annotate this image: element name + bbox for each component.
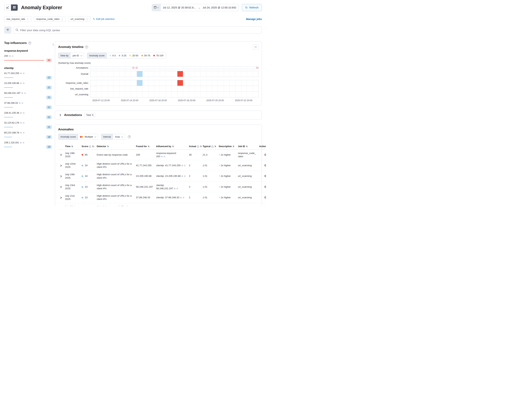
swimlane-cell[interactable] [172, 86, 177, 92]
actions-gear-button[interactable]: ⚙ [264, 185, 266, 188]
expand-row-button[interactable] [60, 153, 62, 157]
swimlane-cell[interactable] [166, 71, 172, 77]
interval-select[interactable]: Auto [113, 134, 125, 140]
actions-gear-button[interactable]: ⚙ [264, 196, 266, 199]
swimlane-cell[interactable] [148, 86, 154, 92]
expand-row-button[interactable] [60, 196, 62, 199]
swimlane-cell[interactable] [102, 67, 108, 69]
swimlane-cell[interactable] [102, 92, 108, 97]
actions-gear-button[interactable]: ⚙ [264, 153, 266, 157]
swimlane-cell[interactable] [160, 67, 166, 69]
swimlane-cell[interactable] [201, 71, 206, 77]
swimlane-cell[interactable] [201, 86, 206, 92]
swimlane-cell[interactable] [224, 67, 229, 69]
sort-icon[interactable]: ⇅ [172, 145, 174, 148]
swimlane-cell[interactable] [119, 80, 125, 86]
column-header-description[interactable]: Description⇅ [217, 143, 237, 150]
swimlane-cell[interactable] [108, 71, 114, 77]
swimlane-cell[interactable] [172, 92, 177, 97]
filter-out-icon[interactable]: ⊖ [23, 122, 25, 124]
swimlane-cell[interactable] [90, 71, 96, 77]
swimlane-cell[interactable] [90, 86, 96, 92]
swimlane-cell[interactable] [102, 86, 108, 92]
swimlane-cell[interactable] [172, 71, 177, 77]
sort-icon[interactable]: ⇅ [200, 145, 202, 148]
swimlane-cell[interactable] [212, 86, 218, 92]
swimlane-cell[interactable] [212, 80, 218, 86]
swimlane-cell[interactable] [218, 86, 224, 92]
swimlane-cell[interactable] [212, 67, 218, 69]
swimlane-cell[interactable] [154, 80, 160, 86]
swimlane-cell[interactable] [253, 92, 258, 97]
swimlane-cell[interactable] [177, 86, 183, 92]
swimlane-cell[interactable] [166, 92, 172, 97]
column-header-typical[interactable]: Typical?⇅ [201, 143, 217, 150]
swimlane-cell[interactable] [218, 67, 224, 69]
swimlane-cell[interactable] [195, 86, 201, 92]
swimlane-cell[interactable] [108, 67, 114, 69]
swimlane-cell[interactable] [137, 86, 143, 92]
single-metric-viewer-button[interactable] [4, 4, 11, 11]
swimlane-cell[interactable] [125, 92, 131, 97]
sort-icon[interactable]: ⇅ [246, 145, 248, 148]
swimlane-cell[interactable] [96, 67, 102, 69]
sort-icon[interactable]: ⇅ [92, 145, 94, 148]
swimlane-cell[interactable] [148, 92, 154, 97]
start-date-button[interactable]: Jul 12, 2025 @ 20:39:02.9... [161, 6, 198, 9]
swimlane-cell[interactable] [230, 80, 235, 86]
swimlane-cell[interactable] [108, 92, 114, 97]
filter-out-icon[interactable]: ⊖ [23, 112, 25, 114]
sort-icon[interactable]: ⇅ [107, 145, 109, 148]
swimlane-cell[interactable] [137, 71, 143, 77]
swimlane-cell[interactable] [201, 80, 206, 86]
expand-row-button[interactable] [60, 175, 62, 178]
swimlane-cell[interactable] [137, 80, 143, 86]
swimlane-cell[interactable] [171, 67, 177, 69]
swimlane-cell[interactable] [247, 92, 253, 97]
swimlane-cell[interactable] [235, 80, 241, 86]
swimlane-cell[interactable] [206, 86, 212, 92]
swimlane-cell[interactable] [183, 86, 189, 92]
swimlane-cell[interactable] [114, 92, 119, 97]
swimlane-cell[interactable] [160, 80, 166, 86]
column-header-influenced-by[interactable]: Influenced by⇅ [155, 143, 188, 150]
swimlane-cell[interactable] [241, 71, 247, 77]
swimlane-cell[interactable] [90, 67, 96, 69]
swimlane-cell[interactable] [253, 71, 258, 77]
swimlane-cell[interactable] [195, 92, 201, 97]
sort-icon[interactable]: ⇅ [215, 145, 216, 148]
swimlane-cell[interactable] [143, 80, 148, 86]
swimlane-cell[interactable] [206, 92, 212, 97]
swimlane-cell[interactable] [96, 86, 102, 92]
annotations-expand-button[interactable] [58, 113, 62, 117]
column-header-actual[interactable]: Actual?⇅ [188, 143, 201, 150]
actions-gear-button[interactable]: ⚙ [264, 174, 266, 178]
swimlane-cell[interactable] [177, 92, 183, 97]
swimlane-cell[interactable] [183, 92, 189, 97]
annotation-marker[interactable] [256, 67, 258, 69]
swimlane-cell[interactable] [224, 80, 230, 86]
swimlane-cell[interactable] [114, 71, 119, 77]
actions-gear-button[interactable]: ⚙ [264, 164, 266, 167]
swimlane-cell[interactable] [96, 80, 102, 86]
swimlane-cell[interactable] [224, 71, 230, 77]
drag-handle-icon[interactable]: ⋮ [25, 18, 31, 21]
job-badge[interactable]: response_code_rates⋮ [34, 16, 66, 22]
filter-out-icon[interactable]: ⊖ [163, 155, 165, 158]
sort-icon[interactable]: ⇅ [148, 145, 150, 148]
swimlane-cell[interactable] [212, 92, 218, 97]
swimlane-cell[interactable] [230, 92, 235, 97]
kql-filter-input[interactable] [20, 29, 259, 32]
swimlane-cell[interactable] [143, 67, 148, 69]
swimlane-cell[interactable] [108, 86, 114, 92]
swimlane-cell[interactable] [166, 86, 172, 92]
swimlane-cell[interactable] [125, 80, 131, 86]
swimlane-cell[interactable] [90, 80, 96, 86]
help-icon[interactable]: ? [128, 135, 131, 138]
swimlane-cell[interactable] [166, 80, 172, 86]
swimlane-cell[interactable] [235, 71, 241, 77]
swimlane-cell[interactable] [143, 92, 148, 97]
swimlane-cell[interactable] [131, 92, 137, 97]
swimlane-cell[interactable] [102, 80, 108, 86]
swimlane-cell[interactable] [119, 71, 125, 77]
